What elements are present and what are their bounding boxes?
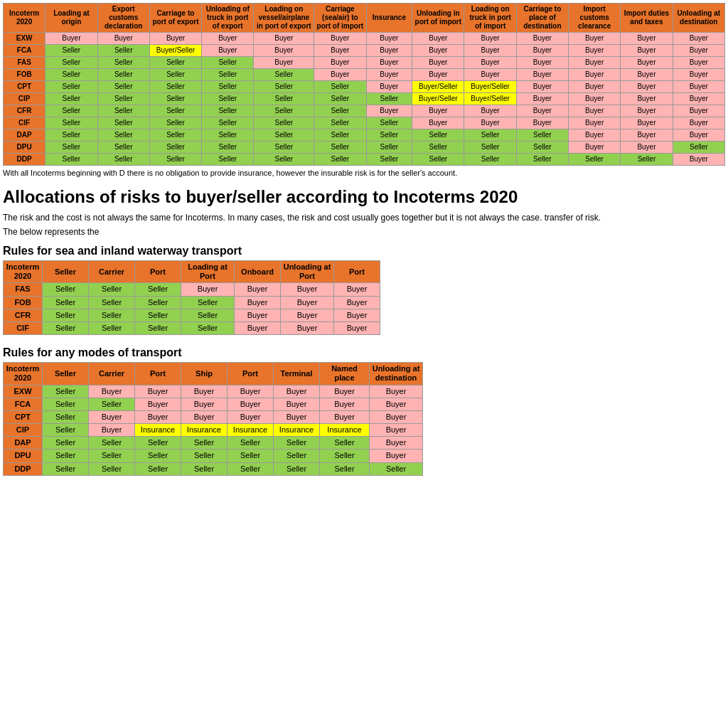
cell-value: Buyer [673, 117, 724, 129]
table-row: CFRSellerSellerSellerSellerBuyerBuyerBuy… [4, 309, 380, 321]
incoterm-label: FOB [4, 296, 43, 309]
cell-value: Buyer [464, 69, 516, 81]
cell-value: Buyer [412, 33, 464, 45]
cell-value: Seller [464, 154, 516, 166]
cell-value: Buyer [228, 385, 274, 398]
cell-value: Seller [202, 57, 254, 69]
sea-transport-table: Incoterm 2020 Seller Carrier Port Loadin… [3, 260, 380, 335]
any-header-port: Port [135, 363, 181, 385]
table-row: FASSellerSellerSellerSellerBuyerBuyerBuy… [4, 57, 725, 69]
cell-value: Buyer [370, 398, 423, 410]
cell-value: Buyer [621, 105, 673, 117]
cell-value: Seller [181, 309, 235, 321]
cell-value: Buyer [366, 105, 412, 117]
cell-value: Buyer [97, 33, 149, 45]
incoterm-label: CIP [4, 93, 46, 105]
any-header-terminal: Terminal [274, 363, 320, 385]
cell-value: Seller [314, 154, 366, 166]
cell-value: Seller [135, 309, 181, 321]
incoterm-label: EXW [4, 385, 43, 398]
cell-value: Seller [89, 437, 135, 450]
cell-value: Seller [314, 93, 366, 105]
incoterm-label: FAS [4, 57, 46, 69]
cell-value: Buyer [135, 398, 181, 410]
cell-value: Seller [46, 105, 97, 117]
cell-value: Buyer [569, 142, 621, 154]
cell-value: Seller [97, 154, 149, 166]
cell-value: Buyer [235, 309, 281, 321]
sea-header-incoterm: Incoterm 2020 [4, 261, 43, 283]
cell-value: Buyer [412, 45, 464, 57]
cell-value: Buyer [135, 385, 181, 398]
cell-value: Buyer/Seller [149, 45, 201, 57]
table-row: EXWBuyerBuyerBuyerBuyerBuyerBuyerBuyerBu… [4, 33, 725, 45]
cell-value: Seller [43, 296, 89, 309]
cell-value: Buyer [464, 57, 516, 69]
cell-value: Buyer [366, 69, 412, 81]
cell-value: Seller [89, 296, 135, 309]
cell-value: Buyer [569, 45, 621, 57]
cell-value: Seller [366, 129, 412, 142]
cell-value: Seller [274, 437, 320, 450]
cell-value: Seller [149, 117, 201, 129]
header-carriage-sea: Carriage (sea/air) to port of import [314, 4, 366, 33]
header-carriage-destination: Carriage to place of destination [516, 4, 568, 33]
cell-value: Seller [43, 398, 89, 410]
cell-value: Seller [254, 117, 314, 129]
cell-value: Buyer [320, 385, 370, 398]
sea-header-unloading-port: Unloading at Port [281, 261, 334, 283]
cell-value: Buyer [235, 296, 281, 309]
cell-value: Seller [320, 450, 370, 462]
cell-value: Buyer [366, 33, 412, 45]
cell-value: Seller [149, 142, 201, 154]
cell-value: Seller [46, 117, 97, 129]
cell-value: Buyer [673, 69, 724, 81]
sea-header-seller: Seller [43, 261, 89, 283]
cell-value: Buyer [254, 45, 314, 57]
cell-value: Seller [254, 154, 314, 166]
header-import-duties: Import duties and taxes [621, 4, 673, 33]
cell-value: Seller [149, 69, 201, 81]
cell-value: Buyer [673, 33, 724, 45]
cell-value: Buyer [89, 410, 135, 423]
table-row: DDPSellerSellerSellerSellerSellerSellerS… [4, 154, 725, 166]
cell-value: Seller [202, 154, 254, 166]
sea-section-title: Rules for sea and inland waterway transp… [3, 239, 725, 260]
cell-value: Buyer [621, 142, 673, 154]
cell-value: Seller [149, 81, 201, 93]
cell-value: Buyer [673, 45, 724, 57]
cell-value: Insurance [135, 424, 181, 437]
cell-value: Buyer [569, 57, 621, 69]
cell-value: Seller [228, 462, 274, 475]
cell-value: Seller [89, 398, 135, 410]
table-row: CPTSellerSellerSellerSellerSellerSellerB… [4, 81, 725, 93]
cell-value: Buyer [370, 410, 423, 423]
allocation-desc1: The risk and the cost is not always the … [3, 211, 725, 225]
cell-value: Seller [46, 154, 97, 166]
cell-value: Seller [181, 296, 235, 309]
cell-value: Buyer [621, 57, 673, 69]
cell-value: Buyer [569, 93, 621, 105]
header-loading-vessel: Loading on vessel/airplane in port of ex… [254, 4, 314, 33]
cell-value: Seller [135, 450, 181, 462]
cell-value: Seller [149, 154, 201, 166]
cell-value: Buyer [334, 309, 380, 321]
cell-value: Buyer [274, 410, 320, 423]
cell-value: Seller [89, 462, 135, 475]
cell-value: Buyer [181, 410, 228, 423]
cell-value: Seller [228, 437, 274, 450]
cell-value: Seller [202, 69, 254, 81]
table-row: DPUSellerSellerSellerSellerSellerSellerS… [4, 450, 423, 462]
cell-value: Buyer/Seller [412, 93, 464, 105]
incoterm-label: DPU [4, 450, 43, 462]
cell-value: Seller [43, 437, 89, 450]
cell-value: Buyer [569, 33, 621, 45]
cell-value: Insurance [274, 424, 320, 437]
cell-value: Buyer/Seller [464, 81, 516, 93]
cell-value: Buyer [673, 105, 724, 117]
incoterm-label: DAP [4, 437, 43, 450]
cell-value: Seller [366, 93, 412, 105]
incoterm-label: CIF [4, 117, 46, 129]
cell-value: Buyer [274, 385, 320, 398]
cell-value: Seller [314, 81, 366, 93]
